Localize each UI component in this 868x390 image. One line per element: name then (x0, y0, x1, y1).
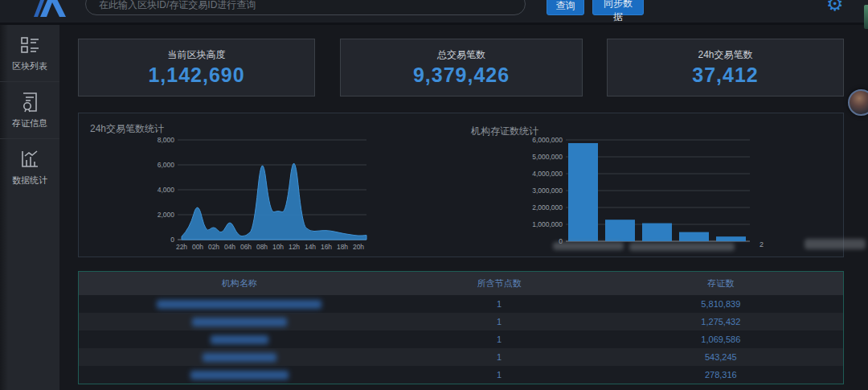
institution-name-link-redacted[interactable] (190, 371, 289, 380)
stat-card-24h-transactions: 24h交易笔数 37,412 (607, 39, 844, 96)
table-row[interactable]: 1278,316 (79, 366, 843, 384)
floating-avatar-widget[interactable] (848, 89, 868, 116)
bar-chart-title: 机构存证数统计 (471, 125, 538, 138)
table-row[interactable]: 11,275,432 (79, 313, 843, 330)
institution-name-link-redacted[interactable] (211, 335, 268, 344)
redacted-axis-label (805, 239, 866, 249)
stat-card-block-height: 当前区块高度 1,142,690 (78, 39, 315, 96)
sidebar-item-block-list[interactable]: 区块列表 (0, 25, 59, 81)
edge-widget-partial[interactable] (864, 5, 868, 29)
sidebar-item-attestation-info[interactable]: 存证信息 (0, 81, 59, 138)
stat-label: 当前区块高度 (79, 48, 314, 62)
node-count-cell: 1 (399, 299, 598, 309)
sidebar: 区块列表 存证信息 数据统计 (0, 25, 59, 390)
svg-text:2,000: 2,000 (158, 211, 175, 219)
svg-text:2,000,000: 2,000,000 (532, 203, 563, 211)
data-statistics-icon (19, 149, 40, 170)
institution-name-link-redacted[interactable] (203, 353, 276, 362)
svg-text:6,000: 6,000 (158, 161, 175, 169)
table-row[interactable]: 15,810,839 (79, 295, 843, 313)
svg-text:5,000,000: 5,000,000 (532, 153, 563, 161)
redacted-axis-label (553, 242, 624, 250)
svg-text:12h: 12h (289, 243, 300, 251)
svg-text:22h: 22h (176, 243, 187, 251)
stat-card-total-transactions: 总交易笔数 9,379,426 (340, 39, 583, 96)
query-button[interactable]: 查询 (547, 0, 584, 15)
attestation-count-cell: 278,316 (599, 370, 843, 380)
node-count-cell: 1 (399, 352, 598, 362)
table-header-row: 机构名称 所含节点数 存证数 (79, 272, 843, 295)
institution-name-cell (79, 335, 399, 344)
svg-text:0: 0 (170, 236, 174, 244)
svg-text:04h: 04h (224, 243, 235, 251)
svg-text:4,000: 4,000 (158, 186, 175, 194)
redacted-axis-label (629, 243, 735, 251)
stat-label: 总交易笔数 (341, 48, 582, 62)
svg-text:06h: 06h (240, 243, 252, 251)
attestation-count-cell: 1,275,432 (599, 317, 843, 326)
svg-text:02h: 02h (208, 243, 219, 251)
svg-text:6,000,000: 6,000,000 (532, 136, 563, 144)
institution-name-link-redacted[interactable] (192, 318, 287, 326)
sidebar-item-label: 数据统计 (12, 174, 47, 187)
search-input[interactable] (85, 0, 526, 15)
svg-text:08h: 08h (256, 243, 268, 251)
bar-chart-annotation: 2 (760, 240, 764, 248)
block-list-icon (19, 35, 40, 55)
stat-label: 24h交易笔数 (608, 48, 843, 62)
sidebar-item-label: 区块列表 (12, 60, 47, 72)
top-bar: 查询 同步数据 ⚙ (0, 0, 868, 25)
svg-text:3,000,000: 3,000,000 (532, 187, 563, 195)
stat-value: 9,379,426 (341, 64, 582, 87)
table-row[interactable]: 11,069,586 (79, 330, 843, 348)
sync-data-button[interactable]: 同步数据 (592, 0, 644, 15)
svg-text:14h: 14h (305, 243, 316, 251)
institution-name-cell (79, 300, 399, 309)
node-count-cell: 1 (399, 335, 598, 344)
institution-name-link-redacted[interactable] (157, 300, 321, 309)
svg-text:1,000,000: 1,000,000 (532, 220, 563, 228)
sidebar-item-label: 存证信息 (12, 117, 47, 129)
stat-value: 1,142,690 (79, 64, 314, 87)
svg-text:8,000: 8,000 (158, 136, 175, 144)
institution-name-cell (79, 353, 399, 362)
sidebar-item-data-statistics[interactable]: 数据统计 (0, 138, 59, 195)
institution-name-cell (79, 371, 399, 380)
col-header-institution-name: 机构名称 (79, 277, 399, 289)
svg-text:18h: 18h (337, 243, 348, 251)
col-header-node-count: 所含节点数 (399, 277, 598, 289)
svg-text:20h: 20h (353, 243, 364, 251)
institution-name-cell (79, 318, 399, 326)
stat-value: 37,412 (608, 64, 843, 87)
attestation-count-cell: 5,810,839 (599, 299, 843, 309)
attestation-count-cell: 1,069,586 (599, 335, 843, 344)
table-body: 15,810,83911,275,43211,069,5861543,24512… (79, 295, 843, 384)
gear-icon[interactable]: ⚙ (826, 0, 844, 14)
app-logo-icon (29, 0, 69, 17)
col-header-attestation-count: 存证数 (599, 277, 843, 289)
attestation-bar-chart: 01,000,0002,000,0003,000,0004,000,0005,0… (531, 129, 772, 250)
attestation-certificate-icon (19, 92, 40, 113)
svg-text:16h: 16h (321, 243, 332, 251)
table-row[interactable]: 1543,245 (79, 348, 843, 366)
institutions-table: 机构名称 所含节点数 存证数 15,810,83911,275,43211,06… (78, 271, 844, 384)
attestation-count-cell: 543,245 (599, 352, 843, 362)
charts-panel: 24h交易笔数统计 机构存证数统计 02,0004,0006,0008,0002… (78, 113, 844, 257)
node-count-cell: 1 (399, 317, 598, 326)
svg-text:10h: 10h (272, 243, 284, 251)
svg-text:4,000,000: 4,000,000 (532, 170, 563, 178)
node-count-cell: 1 (399, 370, 598, 380)
transactions-area-chart: 02,0004,0006,0008,00022h00h02h04h06h08h1… (154, 129, 383, 254)
svg-text:00h: 00h (192, 243, 203, 251)
